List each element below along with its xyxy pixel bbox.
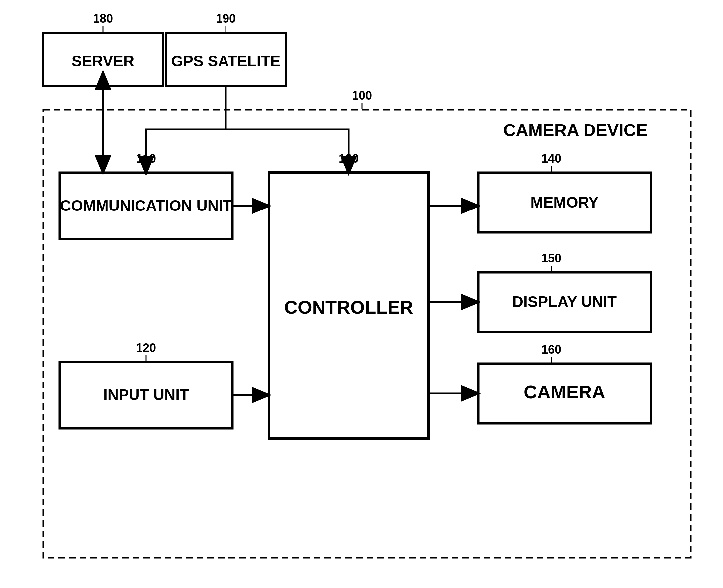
camera-device-label: CAMERA DEVICE bbox=[503, 121, 647, 140]
ref-camera: 160 bbox=[541, 343, 561, 356]
diagram-container: 180 SERVER 190 GPS SATELITE 100 CAMERA D… bbox=[0, 0, 723, 588]
controller-label: CONTROLLER bbox=[284, 297, 413, 318]
server-label: SERVER bbox=[72, 52, 134, 70]
ref-camera-device: 100 bbox=[352, 89, 372, 102]
ref-gps: 190 bbox=[216, 12, 236, 25]
ref-memory: 140 bbox=[541, 152, 561, 165]
memory-label: MEMORY bbox=[530, 193, 598, 211]
display-unit-label: DISPLAY UNIT bbox=[513, 293, 617, 311]
camera-label: CAMERA bbox=[524, 381, 605, 402]
gps-label: GPS SATELITE bbox=[171, 52, 281, 70]
ref-server: 180 bbox=[93, 12, 113, 25]
ref-display: 150 bbox=[541, 251, 561, 265]
ref-input: 120 bbox=[136, 341, 156, 355]
input-unit-label: INPUT UNIT bbox=[103, 386, 189, 403]
comm-unit-label: COMMUNICATION UNIT bbox=[60, 197, 232, 214]
